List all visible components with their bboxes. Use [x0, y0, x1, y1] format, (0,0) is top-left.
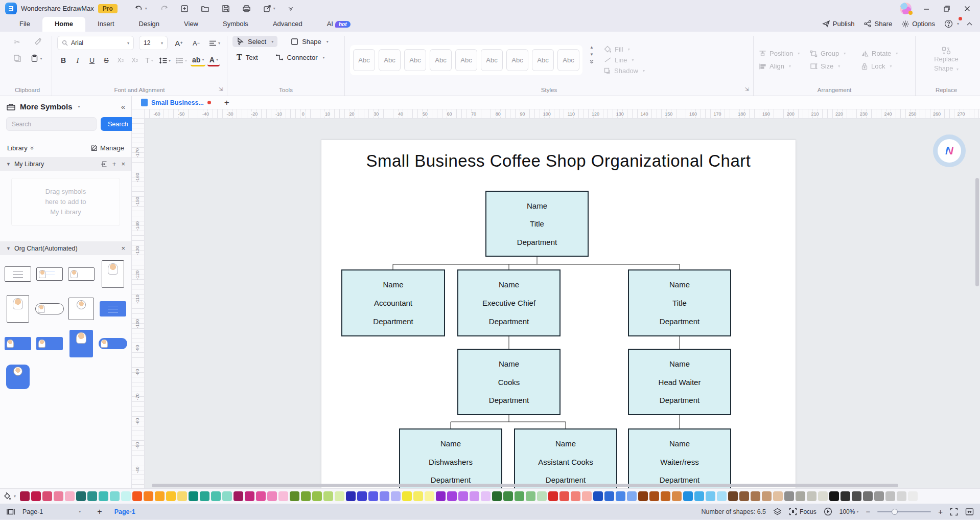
bullet-list-button[interactable]: ▾ [174, 54, 189, 66]
fullscreen-button[interactable] [950, 508, 958, 516]
color-swatch[interactable] [548, 491, 558, 501]
collapse-sidebar-button[interactable]: « [121, 102, 125, 111]
save-button[interactable] [219, 3, 233, 15]
ai-assistant-button[interactable]: N [933, 134, 966, 167]
style-preset-chip[interactable]: Abc [455, 49, 477, 71]
org-chart-symbol-thumbnail[interactable] [68, 267, 95, 281]
color-swatch[interactable] [852, 491, 861, 501]
fill-color-bucket-button[interactable]: ▾ [3, 492, 16, 501]
highlight-button[interactable]: ab▾ [191, 54, 205, 66]
color-swatch[interactable] [728, 491, 738, 501]
color-swatch[interactable] [829, 491, 839, 501]
org-box-cooks[interactable]: NameCooksDepartment [457, 349, 561, 415]
library-collapse-icon[interactable]: » [29, 146, 36, 150]
org-chart-symbol-thumbnail[interactable] [7, 295, 29, 323]
color-swatch[interactable] [897, 491, 906, 501]
color-swatch[interactable] [559, 491, 569, 501]
zoom-slider-knob[interactable] [892, 509, 898, 515]
text-align-button[interactable]: ▾ [207, 37, 222, 49]
menu-design[interactable]: Design [127, 17, 172, 32]
superscript-button[interactable]: X2 [114, 54, 127, 66]
minimize-button[interactable] [923, 5, 930, 12]
org-box-head-waiter[interactable]: NameHead WaiterDepartment [628, 349, 731, 415]
org-chart-symbol-thumbnail[interactable] [5, 266, 31, 282]
layers-button[interactable] [773, 508, 782, 516]
search-button[interactable]: Search [101, 117, 135, 131]
color-swatch[interactable] [683, 491, 693, 501]
color-swatch[interactable] [593, 491, 603, 501]
org-chart-symbol-thumbnail[interactable] [68, 298, 94, 320]
shape-tool-button[interactable]: Shape ▾ [287, 36, 333, 47]
color-swatch[interactable] [177, 491, 187, 501]
italic-button[interactable]: I [72, 54, 84, 66]
color-swatch[interactable] [54, 491, 63, 501]
color-swatch[interactable] [649, 491, 659, 501]
color-swatch[interactable] [627, 491, 637, 501]
color-swatch[interactable] [413, 491, 423, 501]
open-button[interactable] [198, 3, 213, 15]
color-swatch[interactable] [706, 491, 715, 501]
color-swatch[interactable] [87, 491, 97, 501]
color-swatch[interactable] [481, 491, 491, 501]
color-swatch[interactable] [357, 491, 367, 501]
font-size-select[interactable]: 12 ▾ [139, 36, 168, 50]
color-swatch[interactable] [166, 491, 176, 501]
color-swatch[interactable] [278, 491, 288, 501]
color-swatch[interactable] [694, 491, 704, 501]
line-button[interactable]: Line▾ [604, 56, 645, 64]
export-button[interactable]: ▾ [260, 3, 278, 15]
color-swatch[interactable] [144, 491, 153, 501]
import-symbols-icon[interactable] [101, 161, 107, 167]
menu-insert[interactable]: Insert [85, 17, 127, 32]
color-swatch[interactable] [537, 491, 547, 501]
org-chart-symbol-thumbnail[interactable] [5, 337, 31, 350]
page-selector[interactable]: Page-1 [22, 508, 43, 515]
menu-home[interactable]: Home [42, 17, 85, 32]
style-preset-chip[interactable]: Abc [404, 49, 426, 71]
close-org-chart-library-button[interactable]: × [121, 244, 125, 252]
cut-button[interactable]: ✂ [11, 36, 24, 48]
color-swatch[interactable] [110, 491, 120, 501]
org-chart-symbol-thumbnail[interactable] [100, 301, 126, 316]
style-preset-chip[interactable]: Abc [557, 49, 579, 71]
color-swatch[interactable] [796, 491, 805, 501]
color-swatch[interactable] [189, 491, 198, 501]
collapse-ribbon-button[interactable] [966, 21, 973, 26]
color-swatch[interactable] [402, 491, 412, 501]
quick-access-collapse-button[interactable] [285, 4, 297, 13]
color-swatch[interactable] [234, 491, 243, 501]
org-box-dishwashers[interactable]: NameDishwashersDepartment [399, 428, 502, 488]
color-swatch[interactable] [818, 491, 828, 501]
color-swatch[interactable] [571, 491, 580, 501]
vertical-scrollbar[interactable] [975, 119, 979, 488]
rotate-button[interactable]: Rotate▾ [861, 50, 910, 57]
color-swatch[interactable] [762, 491, 772, 501]
drawing-canvas[interactable]: Small Business Coffee Shop Organizationa… [145, 119, 980, 488]
menu-symbols[interactable]: Symbols [211, 17, 261, 32]
paste-button[interactable]: ▾ [29, 52, 43, 64]
copy-button[interactable] [11, 52, 23, 64]
color-swatch[interactable] [908, 491, 918, 501]
strikethrough-button[interactable]: S [100, 54, 112, 66]
color-swatch[interactable] [312, 491, 322, 501]
color-swatch[interactable] [874, 491, 884, 501]
color-swatch[interactable] [672, 491, 682, 501]
presentation-play-button[interactable] [824, 507, 832, 516]
add-library-button[interactable]: + [112, 160, 116, 168]
color-swatch[interactable] [222, 491, 232, 501]
org-box-accountant[interactable]: NameAccountantDepartment [341, 269, 445, 336]
help-button[interactable]: ▾ [942, 18, 961, 29]
org-box-assistant-cooks[interactable]: NameAssistant CooksDepartment [514, 428, 617, 488]
org-chart-symbol-thumbnail[interactable] [36, 337, 63, 350]
new-document-button[interactable] [177, 3, 192, 15]
replace-shape-button[interactable]: Replace Shape ▾ [927, 46, 966, 74]
color-swatch[interactable] [425, 491, 434, 501]
redo-button[interactable] [156, 3, 171, 15]
styles-scroll-down-button[interactable]: ▼ [590, 52, 594, 57]
color-swatch[interactable] [121, 491, 131, 501]
fit-to-window-button[interactable] [965, 508, 974, 516]
color-swatch[interactable] [132, 491, 142, 501]
page-tab-active[interactable]: Page-1 [114, 508, 135, 515]
color-swatch[interactable] [267, 491, 277, 501]
color-swatch[interactable] [751, 491, 760, 501]
